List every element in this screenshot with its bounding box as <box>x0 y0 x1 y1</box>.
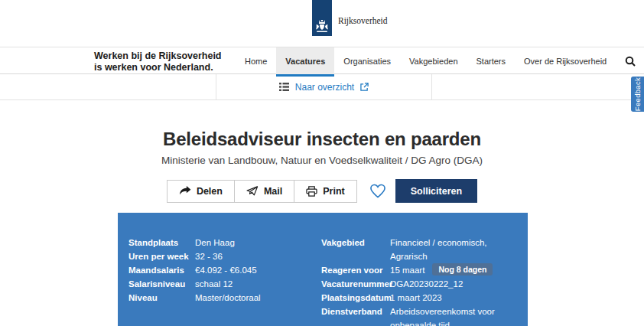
search-icon <box>625 56 636 67</box>
subnav-spacer-right <box>432 74 644 99</box>
detail-row-niveau: Niveau Master/doctoraal <box>128 291 321 305</box>
detail-value: Master/doctoraal <box>195 291 321 305</box>
page-subtitle: Ministerie van Landbouw, Natuur en Voeds… <box>0 155 644 166</box>
action-bar: Delen Mail <box>0 179 644 203</box>
details-column-right: Vakgebied Financieel / economisch, Agrar… <box>321 236 517 326</box>
subnav-spacer-left <box>0 74 216 99</box>
detail-value: 1 maart 2023 <box>390 291 517 305</box>
nav-item-organisaties[interactable]: Organisaties <box>334 47 400 74</box>
detail-label: Reageren voor <box>321 263 390 277</box>
overview-link[interactable]: Naar overzicht <box>279 82 369 93</box>
details-columns: Standplaats Den Haag Uren per week 32 - … <box>128 236 517 326</box>
mail-button[interactable]: Mail <box>234 180 294 203</box>
subnav-center: Naar overzicht <box>216 74 432 99</box>
overview-link-label: Naar overzicht <box>295 82 354 93</box>
subnav-row: Naar overzicht <box>0 74 644 100</box>
detail-row-dienstverband: Dienstverband Arbeidsovereenkomst voor o… <box>321 305 517 326</box>
print-icon <box>306 186 317 197</box>
search-button[interactable] <box>616 47 644 74</box>
main-nav: Werken bij de Rijksoverheid is werken vo… <box>0 47 644 74</box>
share-button[interactable]: Delen <box>167 180 235 203</box>
detail-row-salarisniveau: Salarisniveau schaal 12 <box>128 277 321 291</box>
detail-label: Maandsalaris <box>128 263 195 277</box>
vacancy-details-box: Standplaats Den Haag Uren per week 32 - … <box>118 213 528 326</box>
nav-item-vacatures[interactable]: Vacatures <box>276 47 334 74</box>
nav-item-home[interactable]: Home <box>236 47 276 74</box>
external-link-icon <box>360 83 369 91</box>
tagline-line-2: is werken voor Nederland. <box>94 62 222 73</box>
nav-item-starters[interactable]: Starters <box>467 47 516 74</box>
detail-row-maandsalaris: Maandsalaris €4.092 - €6.045 <box>128 263 321 277</box>
detail-value: Financieel / economisch, Agrarisch <box>390 236 517 263</box>
mail-button-label: Mail <box>264 186 282 197</box>
detail-value: 15 maartNog 8 dagen <box>390 263 517 277</box>
nav-item-vakgebieden[interactable]: Vakgebieden <box>400 47 467 74</box>
tagline-line-1: Werken bij de Rijksoverheid <box>94 51 222 62</box>
vacancy-page: Rijksoverheid Werken bij de Rijksoverhei… <box>0 0 644 326</box>
details-column-left: Standplaats Den Haag Uren per week 32 - … <box>128 236 321 326</box>
detail-value: Den Haag <box>195 236 321 249</box>
nav-menu: Home Vacatures Organisaties Vakgebieden … <box>236 47 644 74</box>
logo-header: Rijksoverheid <box>0 0 644 47</box>
detail-label: Niveau <box>128 291 195 305</box>
nav-item-over-de-rijksoverheid[interactable]: Over de Rijksoverheid <box>515 47 616 74</box>
coat-of-arms-icon <box>315 20 329 33</box>
detail-row-standplaats: Standplaats Den Haag <box>128 236 321 249</box>
detail-row-reageren-voor: Reageren voor 15 maartNog 8 dagen <box>321 263 517 277</box>
detail-label: Standplaats <box>128 236 195 249</box>
mail-icon <box>246 186 259 196</box>
share-button-label: Delen <box>197 186 223 197</box>
share-button-group: Delen Mail <box>167 180 357 203</box>
logo-wordmark: Rijksoverheid <box>338 16 388 25</box>
apply-button[interactable]: Solliciteren <box>395 179 477 203</box>
detail-label: Plaatsingsdatum <box>321 291 390 305</box>
print-button[interactable]: Print <box>294 180 356 203</box>
share-icon <box>179 186 191 196</box>
heart-icon <box>369 183 387 199</box>
detail-value: Arbeidsovereenkomst voor onbepaalde tijd <box>390 305 517 326</box>
feedback-tab-label: Feedback <box>633 77 642 111</box>
detail-row-vakgebied: Vakgebied Financieel / economisch, Agrar… <box>321 236 517 263</box>
detail-value: 32 - 36 <box>195 249 321 263</box>
detail-row-uren-per-week: Uren per week 32 - 36 <box>128 249 321 263</box>
site-tagline: Werken bij de Rijksoverheid is werken vo… <box>94 51 222 73</box>
detail-value: €4.092 - €6.045 <box>195 263 321 277</box>
days-remaining-badge: Nog 8 dagen <box>432 263 493 275</box>
detail-label: Salarisniveau <box>128 277 195 291</box>
detail-label: Vakgebied <box>321 236 390 263</box>
detail-row-plaatsingsdatum: Plaatsingsdatum 1 maart 2023 <box>321 291 517 305</box>
detail-value: schaal 12 <box>195 277 321 291</box>
feedback-tab[interactable]: Feedback <box>631 77 644 112</box>
favorite-button[interactable] <box>369 183 387 199</box>
detail-value: DGA20230222_12 <box>390 277 517 291</box>
rijksoverheid-logo[interactable] <box>312 0 332 36</box>
detail-label: Vacaturenummer <box>321 277 390 291</box>
detail-label: Uren per week <box>128 249 195 263</box>
deadline-value: 15 maart <box>390 266 424 275</box>
detail-row-vacaturenummer: Vacaturenummer DGA20230222_12 <box>321 277 517 291</box>
print-button-label: Print <box>323 186 344 197</box>
page-title: Beleidsadviseur insecten en paarden <box>0 129 644 150</box>
detail-label: Dienstverband <box>321 305 390 326</box>
list-icon <box>279 83 289 91</box>
